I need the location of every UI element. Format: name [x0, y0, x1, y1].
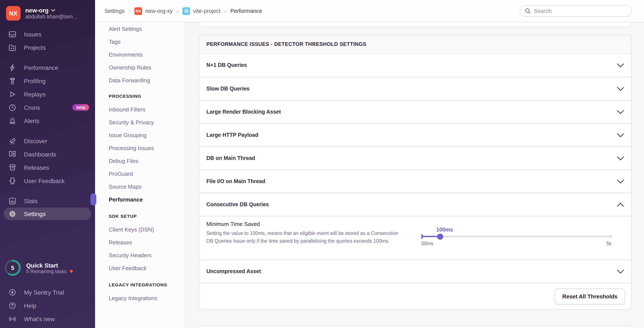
consecutive-db-queries-settings: Minimum Time Saved Setting the value to … — [199, 216, 631, 259]
settings-nav: Alert Settings Tags Environments Ownersh… — [95, 22, 186, 328]
chevron-up-icon[interactable] — [617, 203, 624, 207]
sidebar-item-issues[interactable]: Issues — [0, 28, 95, 41]
previous-card-partial — [199, 22, 632, 27]
chevron-down-icon[interactable] — [617, 110, 624, 114]
accordion-row-large-http-payload[interactable]: Large HTTP Payload — [199, 123, 631, 146]
chevron-down-icon[interactable] — [617, 156, 624, 160]
slider-value-label: 100ms — [436, 227, 453, 233]
reset-all-thresholds-button[interactable]: Reset All Thresholds — [554, 288, 625, 304]
chevron-down-icon[interactable] — [617, 63, 624, 67]
sidebar-item-label: Alerts — [24, 117, 40, 124]
trial-bolt-icon — [8, 288, 17, 296]
accordion-row-large-render-blocking-asset[interactable]: Large Render Blocking Asset — [199, 100, 631, 123]
beta-badge: beta — [72, 104, 89, 111]
nav-item-security-privacy[interactable]: Security & Privacy — [95, 116, 185, 129]
sidebar-item-whats-new[interactable]: What's new — [0, 312, 95, 325]
sidebar-item-label: Replays — [24, 91, 46, 98]
sidebar-item-performance[interactable]: Performance — [0, 61, 95, 74]
accordion-row-uncompressed-asset[interactable]: Uncompressed Asset — [199, 259, 631, 282]
nav-item-ownership-rules[interactable]: Ownership Rules — [95, 61, 185, 74]
org-avatar: NX — [6, 6, 20, 21]
accordion-row-db-on-main-thread[interactable]: DB on Main Thread — [199, 146, 631, 169]
sidebar-item-user-feedback[interactable]: User Feedback — [0, 174, 95, 187]
accordion-row-n-plus-one-db-queries[interactable]: N+1 DB Queries — [199, 54, 631, 77]
sidebar-item-dashboards[interactable]: Dashboards — [0, 147, 95, 161]
slider-handle[interactable] — [438, 233, 444, 239]
alerts-icon — [8, 116, 17, 125]
sidebar-item-my-sentry-trial[interactable]: My Sentry Trial — [0, 285, 95, 299]
breadcrumb: Settings › NX new-org-xy › vite-project … — [104, 7, 262, 15]
nav-item-releases[interactable]: Releases — [95, 236, 185, 249]
search-input[interactable] — [534, 8, 627, 14]
active-nav-indicator — [90, 193, 96, 205]
search-icon — [524, 8, 531, 14]
sidebar-item-settings[interactable]: Settings — [4, 208, 91, 220]
sidebar-group-discover: Discover Dashboards Releases User Feedba… — [0, 134, 95, 187]
nav-item-data-forwarding[interactable]: Data Forwarding — [95, 74, 185, 87]
slider-max-label: 5s — [606, 241, 612, 246]
sidebar-item-profiling[interactable]: Profiling — [0, 74, 95, 87]
sidebar-footer: 5 Quick Start 5 Remaining tasks My Sentr… — [0, 259, 95, 325]
quick-start-count: 5 — [11, 265, 14, 271]
breadcrumb-project[interactable]: vite-project — [182, 7, 220, 15]
breadcrumb-settings[interactable]: Settings — [104, 8, 124, 14]
slider-track[interactable] — [421, 236, 612, 237]
nav-item-performance[interactable]: Performance — [95, 193, 185, 206]
nav-item-source-maps[interactable]: Source Maps — [95, 180, 185, 193]
nav-item-debug-files[interactable]: Debug Files — [95, 154, 185, 167]
quick-start[interactable]: 5 Quick Start 5 Remaining tasks — [4, 259, 95, 277]
slider-min-label: 50ms — [421, 241, 433, 246]
nav-item-environments[interactable]: Environments — [95, 48, 185, 61]
sidebar-item-label: User Feedback — [24, 177, 65, 184]
nav-item-inbound-filters[interactable]: Inbound Filters — [95, 103, 185, 116]
org-email: abdullah.khan@sen… — [25, 14, 78, 20]
chevron-right-icon: › — [224, 8, 226, 14]
sidebar-item-stats[interactable]: Stats — [0, 194, 95, 208]
org-badge: NX — [134, 7, 142, 15]
accordion-row-slow-db-queries[interactable]: Slow DB Queries — [199, 77, 631, 100]
org-switcher[interactable]: NX new-org abdullah.khan@sen… — [0, 0, 95, 25]
nav-item-legacy-integrations[interactable]: Legacy Integrations — [95, 291, 185, 304]
sidebar-group-issues: Issues Projects — [0, 28, 95, 54]
sidebar-item-discover[interactable]: Discover — [0, 134, 95, 147]
search-box[interactable] — [520, 5, 632, 17]
sidebar-item-label: Help — [24, 302, 36, 309]
nav-item-proguard[interactable]: ProGuard — [95, 167, 185, 180]
chevron-down-icon[interactable] — [617, 180, 624, 183]
projects-icon — [8, 43, 17, 52]
quick-start-subtitle: 5 Remaining tasks — [26, 269, 66, 274]
react-icon — [182, 7, 190, 15]
nav-item-alert-settings[interactable]: Alert Settings — [95, 22, 185, 35]
sidebar-item-label: Settings — [24, 210, 46, 217]
sidebar-item-label: Performance — [24, 64, 58, 71]
sidebar-item-help[interactable]: Help — [0, 299, 95, 312]
sidebar-item-alerts[interactable]: Alerts — [0, 114, 95, 127]
card-title: PERFORMANCE ISSUES - DETECTOR THRESHOLD … — [206, 41, 366, 47]
nav-item-security-headers[interactable]: Security Headers — [95, 249, 185, 262]
chevron-down-icon[interactable] — [617, 133, 624, 137]
nav-item-processing-issues[interactable]: Processing Issues — [95, 141, 185, 154]
sidebar-item-projects[interactable]: Projects — [0, 41, 95, 54]
sidebar-item-releases[interactable]: Releases — [0, 161, 95, 174]
nav-item-issue-grouping[interactable]: Issue Grouping — [95, 129, 185, 141]
breadcrumb-current-page: Performance — [230, 8, 262, 14]
chevron-down-icon[interactable] — [617, 87, 624, 91]
breadcrumb-org[interactable]: NX new-org-xy — [134, 7, 173, 15]
sidebar-item-replays[interactable]: Replays — [0, 87, 95, 101]
sidebar-item-crons[interactable]: Crons beta — [0, 101, 95, 114]
main-sidebar: NX new-org abdullah.khan@sen… Issues — [0, 0, 95, 328]
sidebar-item-label: Projects — [24, 44, 46, 51]
nav-item-client-keys[interactable]: Client Keys (DSN) — [95, 223, 185, 236]
minimum-time-saved-slider: 100ms 50ms 5s — [421, 227, 612, 246]
sidebar-item-label: Dashboards — [24, 151, 56, 157]
chevron-down-icon[interactable] — [617, 269, 624, 273]
notification-dot — [70, 270, 72, 273]
nav-item-user-feedback[interactable]: User Feedback — [95, 262, 185, 274]
detector-threshold-card: PERFORMANCE ISSUES - DETECTOR THRESHOLD … — [199, 35, 632, 309]
accordion-row-file-io-on-main-thread[interactable]: File I/O on Main Thread — [199, 169, 631, 193]
sidebar-item-label: Crons — [24, 104, 40, 111]
threshold-name: Minimum Time Saved — [206, 221, 631, 227]
nav-item-tags[interactable]: Tags — [95, 35, 185, 48]
releases-icon — [8, 163, 17, 172]
accordion-row-consecutive-db-queries[interactable]: Consecutive DB Queries — [199, 193, 631, 216]
